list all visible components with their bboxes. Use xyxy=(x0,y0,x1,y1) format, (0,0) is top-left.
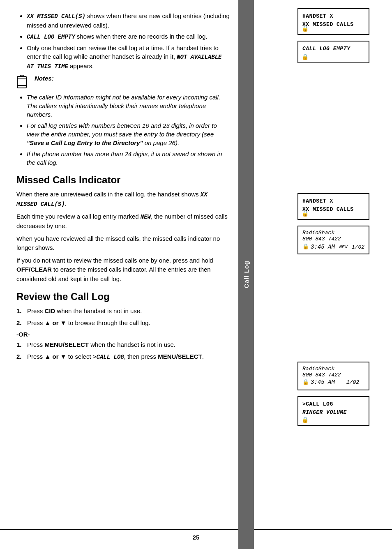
phone-box-bot2: >CALL LOG RINGER VOLUME 🔒 xyxy=(297,396,369,426)
phone-box-mid2: RadioShack 800-843-7422 🔒 3:45 AM NEW 1/… xyxy=(297,226,369,254)
phone-bot2-line1: >CALL LOG xyxy=(302,400,364,408)
mid-panels: HANDSET X XX MISSED CALLS 🔒 RadioShack 8… xyxy=(297,193,369,260)
phone-mid1-line2: XX MISSED CALLS xyxy=(302,205,364,214)
mono-text-1: XX MISSED CALL(S) xyxy=(27,13,85,20)
step-1-1-text: Press CID when the handset is not in use… xyxy=(27,307,142,316)
phone-top1-line2: XX MISSED CALLS xyxy=(302,21,364,29)
phone-box-top1: HANDSET X XX MISSED CALLS 🔒 xyxy=(297,8,369,35)
top-panels: HANDSET X XX MISSED CALLS 🔒 CALL LOG EMP… xyxy=(297,8,369,69)
note-1: The caller ID information might not be a… xyxy=(27,93,230,119)
rs-number-bot: 800-843-7422 xyxy=(302,372,364,378)
missed-calls-heading: Missed Calls Indicator xyxy=(16,174,230,186)
notes-section: Notes: xyxy=(16,75,230,90)
or-divider: -OR- xyxy=(16,331,230,338)
step-num-4: 2. xyxy=(16,352,25,362)
page: XX MISSED CALL(S) shows when there are n… xyxy=(0,0,392,549)
p1-before: When there are unreviewed calls in the c… xyxy=(16,191,201,198)
rs-time-bot: 3:45 AM xyxy=(311,379,335,385)
bullet-item-3: Only one handset can review the call log… xyxy=(27,44,230,71)
step-1-1-bold: CID xyxy=(45,307,55,314)
rs-page-bot: 1/02 xyxy=(346,379,359,385)
step-2-2-bold: ▲ or ▼ xyxy=(45,353,67,360)
phone-box-bot1: RadioShack 800-843-7422 🔒 3:45 AM 1/02 xyxy=(297,362,369,390)
steps-group-2: 1. Press MENU/SELECT when the handset is… xyxy=(16,340,230,362)
lock-icon-6: 🔒 xyxy=(302,416,309,423)
p4-bold: OFF/CLEAR xyxy=(16,266,52,273)
lock-icon-5: 🔒 xyxy=(302,379,309,385)
bullet-item-1: XX MISSED CALL(S) shows when there are n… xyxy=(27,12,230,30)
step-num-2: 2. xyxy=(16,318,25,328)
review-call-log-heading: Review the Call Log xyxy=(16,291,230,302)
top-bullet-list: XX MISSED CALL(S) shows when there are n… xyxy=(16,12,230,71)
notes-icon xyxy=(16,75,31,90)
p2-mono: NEW xyxy=(141,214,151,220)
page-number: 25 xyxy=(193,534,200,541)
p1-after: . xyxy=(65,200,67,207)
step-2-2: 2. Press ▲ or ▼ to select >CALL LOG, the… xyxy=(16,352,230,362)
side-tab: Call Log xyxy=(238,0,254,549)
main-content: XX MISSED CALL(S) shows when there are n… xyxy=(0,0,238,549)
step-num-1: 1. xyxy=(16,307,25,316)
note-2-after: on page 26). xyxy=(143,139,179,146)
step-2-1-text: Press MENU/SELECT when the handset is no… xyxy=(27,340,175,350)
rs-page-mid: 1/02 xyxy=(352,244,364,250)
note-2: For call log entries with numbers betwee… xyxy=(27,121,230,147)
lock-icon-4: 🔒 xyxy=(302,243,309,250)
lock-icon-3: 🔒 xyxy=(302,210,309,217)
step-1-2-bold: ▲ or ▼ xyxy=(45,319,67,326)
step-2-1: 1. Press MENU/SELECT when the handset is… xyxy=(16,340,230,350)
notes-label: Notes: xyxy=(35,75,54,82)
phone-top1-line1: HANDSET X xyxy=(302,12,364,21)
rs-time-mid: 3:45 AM xyxy=(311,244,335,250)
p4-before: If you do not want to review the missed … xyxy=(16,257,213,264)
lock-icon-1: 🔒 xyxy=(302,25,309,32)
note-2-before: For call log entries with numbers betwee… xyxy=(27,122,217,138)
step-1-2: 2. Press ▲ or ▼ to browse through the ca… xyxy=(16,318,230,328)
step-1-1: 1. Press CID when the handset is not in … xyxy=(16,307,230,316)
missed-calls-p3: When you have reviewed all the missed ca… xyxy=(16,234,230,253)
side-tab-label: Call Log xyxy=(243,261,250,288)
page-footer: 25 xyxy=(0,529,392,541)
step-num-3: 1. xyxy=(16,340,25,350)
phone-top2-line1: CALL LOG EMPTY xyxy=(302,45,364,53)
step-2-2-mono: CALL LOG xyxy=(97,354,124,360)
phone-mid1-line1: HANDSET X xyxy=(302,197,364,205)
p2-before: Each time you review a call log entry ma… xyxy=(16,213,141,220)
phone-box-top2: CALL LOG EMPTY 🔒 xyxy=(297,41,369,63)
bullet-text-2: shows when there are no records in the c… xyxy=(77,33,208,40)
bullet-item-2: CALL LOG EMPTY shows when there are no r… xyxy=(27,32,230,42)
rs-new-mid: NEW xyxy=(339,245,347,249)
note-3: If the phone number has more than 24 dig… xyxy=(27,150,230,167)
bullet-text-3b: appears. xyxy=(68,62,94,69)
phone-box-mid1: HANDSET X XX MISSED CALLS 🔒 xyxy=(297,193,369,220)
bot-panels: RadioShack 800-843-7422 🔒 3:45 AM 1/02 >… xyxy=(297,362,369,432)
missed-calls-p1: When there are unreviewed calls in the c… xyxy=(16,190,230,209)
note-2-bold: "Save a Call Log Entry to the Directory" xyxy=(27,139,143,146)
mono-text-2: CALL LOG EMPTY xyxy=(27,34,75,40)
steps-group-1: 1. Press CID when the handset is not in … xyxy=(16,307,230,328)
lock-icon-2: 🔒 xyxy=(302,53,309,60)
step-2-2-bold2: MENU/SELECT xyxy=(158,353,202,360)
step-2-2-text: Press ▲ or ▼ to select >CALL LOG, then p… xyxy=(27,352,204,362)
rs-number-mid: 800-843-7422 xyxy=(302,236,364,242)
step-1-2-text: Press ▲ or ▼ to browse through the call … xyxy=(27,318,150,328)
phone-bot2-line2: RINGER VOLUME xyxy=(302,408,364,417)
missed-calls-p2: Each time you review a call log entry ma… xyxy=(16,212,230,231)
rs-name-mid: RadioShack xyxy=(302,230,364,236)
notes-bullets: The caller ID information might not be a… xyxy=(16,93,230,167)
svg-rect-0 xyxy=(17,76,26,88)
missed-calls-p4: If you do not want to review the missed … xyxy=(16,256,230,284)
step-2-1-bold: MENU/SELECT xyxy=(45,341,89,348)
rs-name-bot: RadioShack xyxy=(302,366,364,372)
